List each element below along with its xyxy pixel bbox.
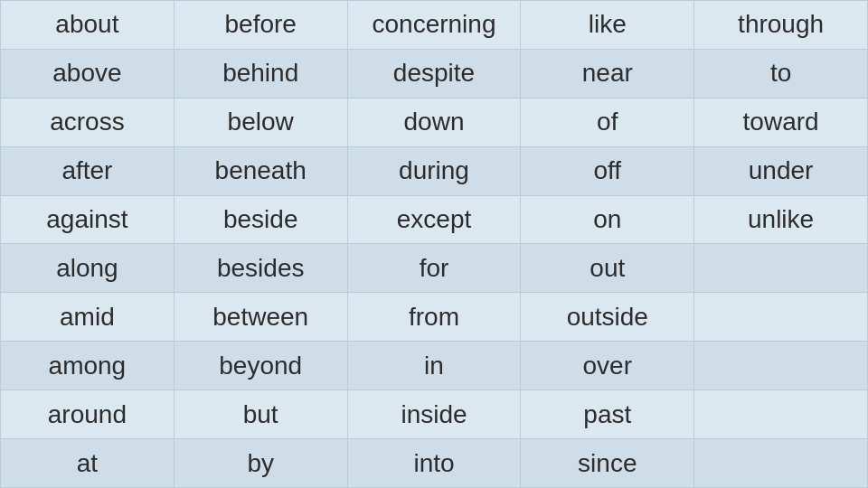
main-container: aboutbeforeconcerninglikethroughabovebeh…	[0, 0, 868, 488]
cell-8-1: among	[1, 342, 175, 390]
cell-1-5: through	[694, 1, 868, 50]
cell-2-5: to	[694, 49, 868, 98]
cell-8-3: in	[347, 342, 521, 390]
cell-8-5	[694, 342, 868, 390]
cell-4-1: after	[1, 146, 175, 195]
cell-6-4: out	[521, 244, 694, 293]
cell-1-3: concerning	[347, 1, 521, 50]
cell-2-3: despite	[347, 49, 521, 98]
cell-10-3: into	[347, 439, 521, 488]
cell-1-1: about	[1, 1, 175, 50]
cell-6-2: besides	[174, 244, 347, 293]
cell-4-3: during	[347, 146, 521, 195]
cell-3-5: toward	[694, 98, 868, 146]
cell-5-2: beside	[174, 195, 347, 244]
cell-7-3: from	[347, 293, 521, 342]
cell-6-3: for	[347, 244, 521, 293]
prepositions-table: aboutbeforeconcerninglikethroughabovebeh…	[0, 0, 868, 488]
cell-2-1: above	[1, 49, 175, 98]
cell-1-4: like	[521, 1, 694, 50]
cell-7-4: outside	[521, 293, 694, 342]
cell-3-3: down	[347, 98, 521, 146]
cell-5-4: on	[521, 195, 694, 244]
cell-10-1: at	[1, 439, 175, 488]
cell-4-2: beneath	[174, 146, 347, 195]
cell-9-5	[694, 390, 868, 439]
cell-9-2: but	[174, 390, 347, 439]
cell-8-2: beyond	[174, 342, 347, 390]
cell-5-3: except	[347, 195, 521, 244]
cell-5-1: against	[1, 195, 175, 244]
cell-8-4: over	[521, 342, 694, 390]
cell-6-5	[694, 244, 868, 293]
cell-5-5: unlike	[694, 195, 868, 244]
cell-3-1: across	[1, 98, 175, 146]
cell-3-4: of	[521, 98, 694, 146]
cell-4-5: under	[694, 146, 868, 195]
cell-10-4: since	[521, 439, 694, 488]
cell-10-5	[694, 439, 868, 488]
cell-7-2: between	[174, 293, 347, 342]
cell-1-2: before	[174, 1, 347, 50]
cell-9-3: inside	[347, 390, 521, 439]
cell-9-1: around	[1, 390, 175, 439]
cell-10-2: by	[174, 439, 347, 488]
cell-3-2: below	[174, 98, 347, 146]
cell-7-1: amid	[1, 293, 175, 342]
cell-7-5	[694, 293, 868, 342]
cell-2-2: behind	[174, 49, 347, 98]
cell-9-4: past	[521, 390, 694, 439]
cell-4-4: off	[521, 146, 694, 195]
cell-2-4: near	[521, 49, 694, 98]
cell-6-1: along	[1, 244, 175, 293]
